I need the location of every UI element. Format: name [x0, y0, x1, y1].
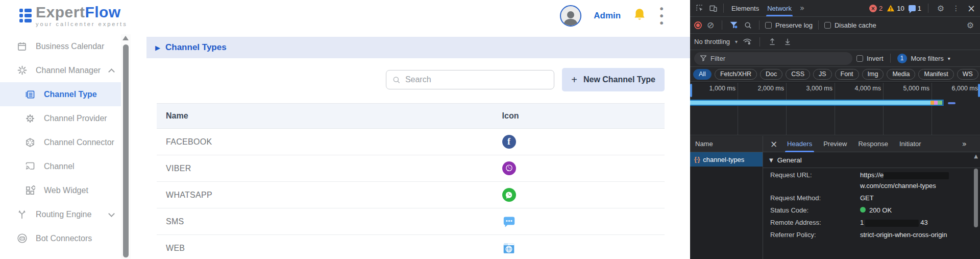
- disable-cache-checkbox[interactable]: Disable cache: [824, 21, 876, 29]
- import-har-icon[interactable]: [767, 36, 778, 48]
- pill-img[interactable]: Img: [862, 69, 884, 80]
- field-label: Request URL:: [770, 168, 860, 191]
- dropdown-arrow-icon: ▾: [735, 39, 738, 44]
- facebook-icon: f: [502, 135, 516, 149]
- kebab-menu-icon[interactable]: •••: [658, 5, 665, 27]
- pill-fetch-xhr[interactable]: Fetch/XHR: [715, 69, 757, 80]
- network-settings-gear-icon[interactable]: ⚙: [965, 19, 976, 31]
- scrollbar-thumb[interactable]: [123, 44, 129, 257]
- column-header-icon: Icon: [502, 111, 665, 121]
- sidebar-item-web-widget[interactable]: Web Widget: [0, 178, 121, 202]
- detail-scrollbar[interactable]: ▲: [973, 153, 979, 259]
- expertflow-logo[interactable]: ExpertFlow your callcenter experts: [19, 4, 128, 27]
- user-name[interactable]: Admin: [594, 11, 621, 21]
- general-section-header[interactable]: ▼ General: [763, 152, 980, 168]
- field-label: Request Method:: [770, 191, 860, 203]
- sidebar-item-business-calendar[interactable]: Business Calendar: [0, 34, 121, 58]
- sidebar: Business Calendar Channel Manager Channe…: [0, 34, 121, 259]
- tab-headers[interactable]: Headers: [782, 136, 817, 152]
- detail-scrollbar-thumb[interactable]: [974, 169, 978, 227]
- name-column-header[interactable]: Name: [690, 136, 763, 152]
- pill-doc[interactable]: Doc: [760, 69, 782, 80]
- sidebar-item-bot-connectors[interactable]: Bot Connectors: [0, 226, 121, 250]
- timeline-tick: 5,000 ms: [903, 85, 929, 92]
- sidebar-item-label: Business Calendar: [36, 42, 104, 51]
- table-row[interactable]: FACEBOOK f: [157, 129, 665, 155]
- detail-close-icon[interactable]: ×: [767, 139, 780, 149]
- filter-input-pill[interactable]: [694, 52, 852, 65]
- tab-network[interactable]: Network: [764, 0, 795, 16]
- sidebar-item-label: Routing Engine: [36, 210, 91, 219]
- warning-badge[interactable]: 10: [887, 5, 904, 12]
- tab-response[interactable]: Response: [853, 136, 893, 152]
- detail-more-tabs-icon[interactable]: »: [962, 139, 976, 149]
- search-input[interactable]: [405, 75, 548, 84]
- page-title-bar[interactable]: ▶ Channel Types: [146, 37, 690, 58]
- network-conditions-icon[interactable]: [742, 36, 753, 48]
- avatar[interactable]: [560, 5, 581, 27]
- request-row-channel-types[interactable]: {·} channel-types: [690, 152, 763, 167]
- sidebar-item-channel-type[interactable]: Channel Type: [0, 82, 121, 106]
- channel-cast-icon: [24, 161, 36, 172]
- tab-elements[interactable]: Elements: [728, 0, 762, 16]
- app-topbar: ExpertFlow your callcenter experts Admin…: [0, 0, 690, 34]
- main-content: ▶ Channel Types + New Channel Type Name …: [131, 34, 690, 259]
- error-badge[interactable]: × 2: [869, 5, 883, 12]
- sidebar-item-channel[interactable]: Channel: [0, 154, 121, 178]
- new-channel-type-button[interactable]: + New Channel Type: [562, 68, 665, 91]
- network-overview-timeline[interactable]: 1,000 ms 2,000 ms 3,000 ms 4,000 ms 5,00…: [690, 83, 980, 135]
- table-row[interactable]: SMS: [157, 208, 665, 235]
- table-row[interactable]: WEB: [157, 235, 665, 259]
- pill-font[interactable]: Font: [835, 69, 859, 80]
- filter-input[interactable]: [710, 55, 846, 62]
- inspect-element-icon[interactable]: [694, 3, 705, 14]
- preserve-log-checkbox[interactable]: Preserve log: [765, 21, 813, 29]
- devtools-close-icon[interactable]: ×: [966, 3, 977, 14]
- more-filters-button[interactable]: 1 More filters ▾: [897, 54, 950, 63]
- pill-all[interactable]: All: [693, 69, 712, 80]
- general-section-label: General: [777, 156, 802, 164]
- clear-button[interactable]: ⊘: [705, 19, 716, 31]
- overview-left-handle[interactable]: [690, 84, 692, 97]
- network-search-icon[interactable]: [742, 19, 753, 31]
- sidebar-scrollbar[interactable]: [121, 34, 131, 259]
- detail-scroll-up-arrow[interactable]: ▲: [973, 153, 979, 159]
- sidebar-item-channel-provider[interactable]: Channel Provider: [0, 106, 121, 130]
- logo-icon: [19, 9, 32, 22]
- sidebar-item-channel-manager[interactable]: Channel Manager: [0, 58, 121, 82]
- pill-media[interactable]: Media: [887, 69, 915, 80]
- table-row[interactable]: WHATSAPP: [157, 182, 665, 208]
- status-green-dot: [860, 207, 866, 213]
- sidebar-item-channel-connector[interactable]: Channel Connector: [0, 130, 121, 154]
- sidebar-item-routing-engine[interactable]: Routing Engine: [0, 202, 121, 226]
- export-har-icon[interactable]: [782, 36, 793, 48]
- web-icon: [502, 241, 516, 255]
- table-row[interactable]: VIBER: [157, 155, 665, 182]
- sidebar-item-label: Channel Provider: [44, 114, 107, 123]
- throttling-select[interactable]: No throttling ▾: [694, 38, 738, 45]
- filter-toggle-icon[interactable]: [728, 19, 739, 31]
- search-box[interactable]: [386, 70, 554, 89]
- pill-js[interactable]: JS: [813, 69, 832, 80]
- remote-address-prefix: 1: [860, 219, 864, 226]
- record-button[interactable]: [694, 21, 702, 29]
- routing-engine-icon: [16, 209, 28, 220]
- devtools-kebab-icon[interactable]: ⋮: [950, 3, 962, 14]
- more-tabs-icon[interactable]: »: [797, 4, 807, 13]
- invert-checkbox[interactable]: Invert: [856, 55, 884, 62]
- issues-badge[interactable]: 1: [909, 5, 921, 12]
- settings-gear-icon[interactable]: ⚙: [935, 3, 946, 14]
- tab-preview[interactable]: Preview: [819, 136, 851, 152]
- pill-ws[interactable]: WS: [957, 69, 978, 80]
- bell-icon[interactable]: [633, 8, 646, 24]
- pill-css[interactable]: CSS: [786, 69, 810, 80]
- device-toolbar-icon[interactable]: [707, 3, 719, 14]
- overview-right-handle[interactable]: [978, 84, 980, 97]
- pill-manifest[interactable]: Manifest: [918, 69, 953, 80]
- column-header-name: Name: [157, 111, 502, 121]
- scroll-up-arrow[interactable]: [122, 36, 129, 40]
- json-braces-icon: {·}: [694, 156, 699, 163]
- tab-initiator[interactable]: Initiator: [895, 136, 926, 152]
- collapse-triangle-icon[interactable]: ▶: [155, 44, 160, 52]
- person-icon: [562, 9, 579, 26]
